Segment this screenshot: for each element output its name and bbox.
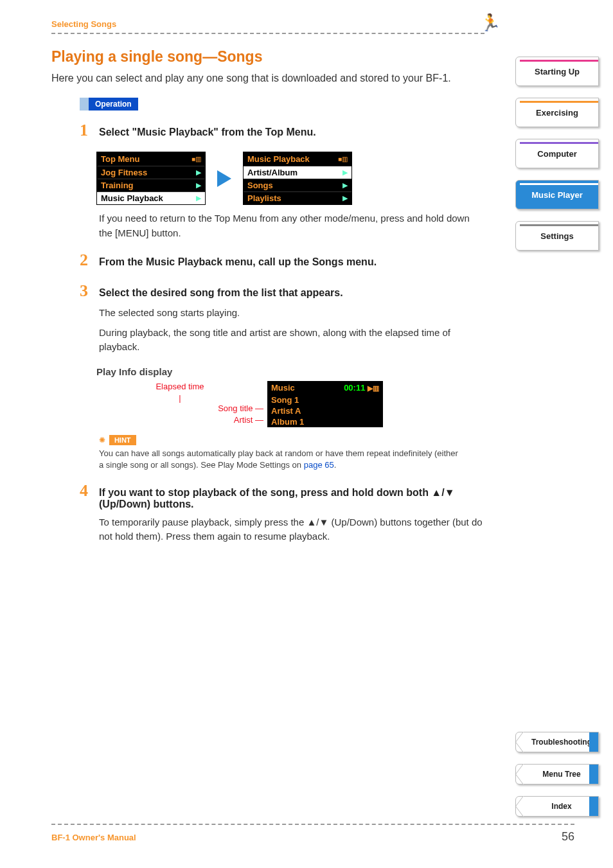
tab-label: Menu Tree bbox=[542, 770, 580, 779]
battery-icon: ■▥ bbox=[338, 156, 348, 163]
step-body: The selected song starts playing. bbox=[99, 306, 484, 321]
intro-text: Here you can select and play any one son… bbox=[51, 71, 484, 86]
play-icon: ▶▥ bbox=[368, 384, 379, 392]
device-screen-music-playback: Music Playback ■▥ Artist/Album▶ Songs▶ P… bbox=[243, 152, 352, 205]
chevron-right-icon: ▶ bbox=[196, 194, 201, 202]
elapsed-time: 00:11 bbox=[344, 383, 365, 393]
play-info-heading: Play Info display bbox=[96, 366, 484, 377]
side-tabs-bottom: Troubleshooting Menu Tree Index bbox=[515, 732, 599, 817]
menu-item: Jog Fitness bbox=[101, 168, 147, 177]
tab-settings[interactable]: Settings bbox=[515, 221, 599, 251]
tab-label: Settings bbox=[540, 231, 573, 241]
tab-exercising[interactable]: Exercising bbox=[515, 98, 599, 127]
album-name: Album 1 bbox=[267, 416, 383, 427]
tab-label: Computer bbox=[537, 149, 576, 159]
side-tabs: Starting Up Exercising Computer Music Pl… bbox=[515, 57, 599, 251]
step-title: Select the desired song from the list th… bbox=[99, 287, 343, 299]
step-number: 1 bbox=[80, 121, 93, 140]
step-number: 3 bbox=[80, 281, 93, 301]
device-screen-top-menu: Top Menu ■▥ Jog Fitness▶ Training▶ Music… bbox=[96, 152, 206, 205]
divider bbox=[51, 824, 574, 825]
play-info-screen: Music 00:11 ▶▥ Song 1 Artist A Album 1 bbox=[267, 381, 383, 427]
tab-music-player[interactable]: Music Player bbox=[515, 180, 599, 209]
tab-label: Exercising bbox=[536, 108, 578, 118]
step-title: Select "Music Playback" from the Top Men… bbox=[99, 127, 316, 138]
chevron-right-icon: ▶ bbox=[342, 194, 348, 202]
artist-label: Artist bbox=[234, 415, 253, 425]
page-link[interactable]: page 65 bbox=[304, 460, 334, 470]
tab-computer[interactable]: Computer bbox=[515, 139, 599, 168]
screen-head: Music bbox=[271, 383, 295, 393]
tab-index[interactable]: Index bbox=[515, 796, 599, 817]
song-title: Song 1 bbox=[267, 394, 383, 405]
menu-item: Playlists bbox=[247, 193, 281, 203]
tab-label: Index bbox=[551, 802, 571, 811]
chevron-right-icon: ▶ bbox=[196, 168, 201, 177]
song-title-label: Song title bbox=[218, 403, 253, 413]
footer-manual: BF-1 Owner's Manual bbox=[51, 833, 136, 842]
step-number: 2 bbox=[80, 251, 93, 270]
menu-item: Songs bbox=[247, 181, 273, 190]
page-title: Playing a single song—Songs bbox=[51, 48, 484, 66]
operation-badge: Operation bbox=[80, 98, 138, 111]
chevron-right-icon: ▶ bbox=[196, 181, 201, 190]
chevron-right-icon: ▶ bbox=[342, 181, 348, 190]
tab-menu-tree[interactable]: Menu Tree bbox=[515, 764, 599, 784]
step-title: If you want to stop playback of the song… bbox=[99, 487, 484, 510]
menu-item-selected: Artist/Album bbox=[247, 168, 298, 177]
chevron-right-icon: ▶ bbox=[342, 168, 348, 177]
section-label: Selecting Songs bbox=[51, 19, 484, 29]
tab-label: Music Player bbox=[531, 190, 583, 200]
tab-troubleshooting[interactable]: Troubleshooting bbox=[515, 732, 599, 752]
menu-item-selected: Music Playback bbox=[101, 193, 163, 203]
battery-icon: ■▥ bbox=[191, 156, 201, 163]
running-icon: 🏃 bbox=[480, 13, 501, 33]
hint-text: You can have all songs automatically pla… bbox=[99, 448, 459, 471]
screen-title: Top Menu bbox=[101, 154, 139, 164]
tab-label: Troubleshooting bbox=[531, 738, 592, 747]
hint-badge: HINT bbox=[109, 435, 136, 445]
tab-starting-up[interactable]: Starting Up bbox=[515, 57, 599, 86]
arrow-right-icon bbox=[217, 170, 231, 187]
step-body: To temporarily pause playback, simply pr… bbox=[99, 515, 484, 544]
tab-label: Starting Up bbox=[535, 67, 580, 76]
step-body: During playback, the song title and arti… bbox=[99, 326, 484, 355]
screen-title: Music Playback bbox=[247, 154, 310, 164]
menu-item: Training bbox=[101, 181, 134, 190]
step-note: If you need to return to the Top Menu fr… bbox=[99, 211, 484, 240]
step-title: From the Music Playback menu, call up th… bbox=[99, 256, 377, 268]
step-number: 4 bbox=[80, 481, 93, 500]
elapsed-caption: Elapsed time bbox=[155, 382, 204, 391]
artist-name: Artist A bbox=[267, 405, 383, 416]
page-number: 56 bbox=[562, 830, 574, 844]
divider bbox=[51, 33, 484, 34]
